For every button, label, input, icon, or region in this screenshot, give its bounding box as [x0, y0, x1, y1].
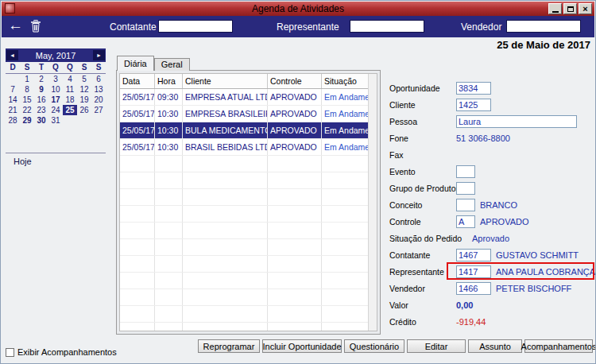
tab-diaria[interactable]: Diária	[117, 56, 154, 71]
calendar-day[interactable]: 30	[34, 115, 48, 126]
calendar-day[interactable]: 15	[20, 95, 34, 105]
empty-row	[120, 306, 369, 323]
calendar-day[interactable]: 18	[63, 95, 77, 105]
acompanhamentos-button[interactable]: Acompanhamentos	[524, 339, 593, 353]
field-label: Oportunidade	[389, 83, 440, 93]
calendar-day[interactable]: 24	[48, 105, 63, 115]
calendar-day[interactable]: 26	[77, 105, 91, 115]
calendar-day[interactable]: 29	[20, 115, 34, 126]
activity-row[interactable]: 25/05/17 09:30 EMPRESA ATUAL LTDA APROVA…	[120, 89, 369, 106]
toolbar: ← Contatante Representante Vendedor	[2, 16, 594, 37]
editar-button[interactable]: Editar	[407, 339, 466, 353]
reprogramar-button[interactable]: Reprogramar	[198, 339, 260, 353]
tab-geral[interactable]: Geral	[154, 58, 190, 71]
vendedor-toolbar-label: Vendedor	[461, 21, 501, 33]
activity-row[interactable]: 25/05/17 10:30 BRASIL BEBIDAS LTDA APROV…	[120, 139, 369, 156]
field-vendedor: Vendedor 1466 PETER BISCHOFF	[389, 282, 595, 297]
tab-strip: Diária Geral	[117, 56, 190, 71]
calendar-day[interactable]: 31	[48, 115, 63, 126]
empty-row	[120, 289, 369, 306]
minimize-button[interactable]	[548, 3, 562, 14]
calendar-day[interactable]: 3	[48, 74, 63, 84]
incluir-oportunidade-button[interactable]: Incluir Oportunidade	[262, 339, 342, 353]
calendar-day[interactable]: 8	[20, 84, 34, 95]
contatante-input[interactable]: 1467	[456, 249, 491, 261]
calendar-day[interactable]: 10	[48, 84, 63, 95]
calendar-day[interactable]	[91, 115, 106, 126]
calendar-day-headers: D S T Q Q S S	[6, 62, 106, 74]
assunto-button[interactable]: Assunto	[468, 339, 522, 353]
activities-table: Data Hora Cliente Controle Situação 25/0…	[119, 73, 377, 331]
cell-controle: APROVADO	[268, 139, 322, 155]
activities-panel: Data Hora Cliente Controle Situação 25/0…	[116, 70, 381, 335]
calendar-day[interactable]: 22	[20, 105, 34, 115]
delete-button[interactable]	[30, 20, 41, 36]
cell-controle: APROVADO	[268, 89, 322, 105]
contatante-toolbar-input[interactable]	[158, 20, 233, 33]
grupo-de-produtos-input[interactable]	[456, 182, 475, 195]
close-button[interactable]: ×	[579, 3, 592, 14]
conceito-input[interactable]	[456, 199, 475, 211]
empty-row	[120, 239, 369, 256]
activity-row[interactable]: 25/05/17 10:30 EMPRESA BRASILEIRA LTDA A…	[120, 106, 369, 122]
calendar-day[interactable]: 4	[63, 74, 77, 84]
field-valor: Valor 0,00	[389, 299, 595, 314]
empty-row	[120, 189, 369, 206]
activity-row-selected[interactable]: 25/05/17 10:30 BULA MEDICAMENTOS LTDA AP…	[120, 122, 369, 139]
pessoa-input[interactable]: Laura	[456, 115, 577, 128]
questionario-button[interactable]: Questionário	[344, 339, 404, 353]
calendar-day[interactable]: 9	[34, 84, 48, 95]
calendar-day[interactable]: 28	[6, 115, 20, 126]
calendar-day[interactable]: 16	[34, 95, 48, 105]
app-window: Agenda de Atividades × ← Contatante Repr…	[0, 0, 596, 364]
today-label[interactable]: Hoje	[14, 157, 32, 166]
calendar-day[interactable]	[63, 115, 77, 126]
calendar-day[interactable]: 12	[77, 84, 91, 95]
maximize-button[interactable]	[563, 3, 577, 14]
cliente-input[interactable]: 1425	[456, 99, 491, 111]
calendar-day[interactable]: 1	[20, 74, 34, 84]
cell-hora: 10:30	[155, 122, 183, 138]
calendar-day-selected[interactable]: 25	[63, 105, 77, 115]
calendar-day[interactable]: 27	[91, 105, 106, 115]
calendar-prev-button[interactable]: ◄	[6, 50, 18, 60]
valor-value: 0,00	[456, 300, 473, 310]
table-scrollbar[interactable]	[368, 74, 377, 331]
title-bar: Agenda de Atividades ×	[2, 2, 594, 16]
evento-input[interactable]	[456, 165, 475, 178]
calendar-day[interactable]	[6, 74, 20, 84]
calendar-day[interactable]: 23	[34, 105, 48, 115]
calendar-day[interactable]: 2	[34, 74, 48, 84]
empty-row	[120, 256, 369, 273]
calendar-day[interactable]: 17	[48, 95, 63, 105]
calendar-day[interactable]: 20	[91, 95, 106, 105]
empty-row	[120, 323, 369, 331]
controle-input[interactable]: A	[456, 215, 475, 228]
back-button[interactable]: ←	[8, 17, 23, 34]
calendar-day[interactable]: 7	[6, 84, 20, 95]
cell-cliente: BRASIL BEBIDAS LTDA	[183, 139, 268, 155]
calendar-day[interactable]: 13	[91, 84, 106, 95]
calendar-day-header: S	[20, 62, 34, 73]
calendar-day[interactable]: 14	[6, 95, 20, 105]
vendedor-toolbar-input[interactable]	[506, 20, 581, 33]
cell-situacao: Em Andamento	[322, 139, 369, 155]
calendar-day[interactable]: 21	[6, 105, 20, 115]
calendar-next-button[interactable]: ►	[93, 50, 105, 60]
chevron-right-icon: ►	[96, 52, 102, 58]
representante-toolbar-input[interactable]	[350, 20, 424, 33]
cell-data: 25/05/17	[120, 139, 155, 155]
controle-description: APROVADO	[480, 217, 529, 227]
chevron-left-icon: ◄	[10, 52, 15, 58]
calendar-day[interactable]: 6	[91, 74, 106, 84]
oportunidade-input[interactable]: 3834	[456, 82, 491, 95]
field-label: Valor	[389, 300, 408, 310]
calendar-day[interactable]: 11	[63, 84, 77, 95]
calendar-day[interactable]: 19	[77, 95, 91, 105]
exibir-acompanhamentos-checkbox[interactable]	[6, 348, 14, 357]
vendedor-input[interactable]: 1466	[456, 282, 491, 295]
calendar-day[interactable]	[77, 115, 91, 126]
calendar-day[interactable]: 5	[77, 74, 91, 84]
representante-highlight	[447, 262, 594, 280]
field-label: Cliente	[389, 100, 416, 110]
